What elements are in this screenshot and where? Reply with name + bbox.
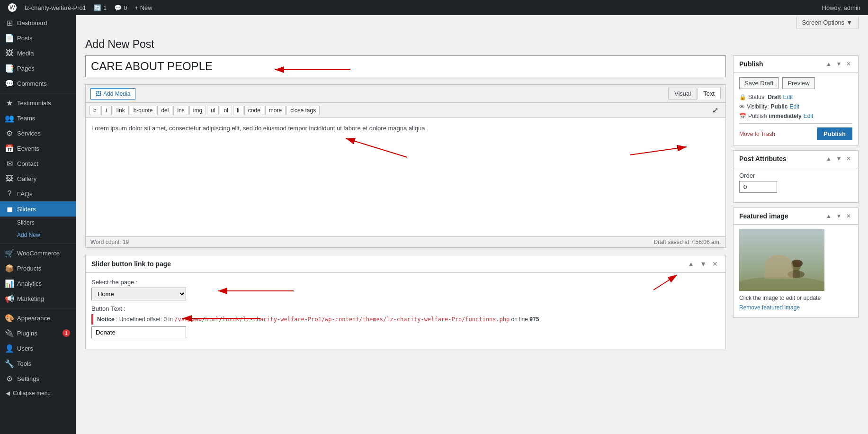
select-page-dropdown[interactable]: Home About Contact Services [91, 288, 186, 300]
featured-image-close[interactable]: ✕ [845, 212, 852, 220]
toolbar-more[interactable]: more [265, 106, 286, 115]
sidebar-item-services[interactable]: ⚙ Services [0, 126, 76, 141]
featured-image-controls: ▲ ▼ ✕ [824, 212, 852, 220]
teams-icon: 👥 [6, 114, 13, 122]
move-to-trash-link[interactable]: Move to Trash [739, 131, 775, 137]
sidebar-item-posts[interactable]: 📄 Posts [0, 30, 76, 45]
toolbar-img[interactable]: img [189, 106, 206, 115]
plugins-badge: 1 [63, 329, 70, 337]
sidebar-item-label: Plugins [17, 330, 37, 337]
sidebar-item-label: Marketing [17, 295, 44, 302]
post-attributes-close[interactable]: ✕ [845, 154, 852, 163]
sidebar-item-users[interactable]: 👤 Users [0, 341, 76, 356]
select-page-label: Select the page : [91, 279, 720, 286]
visibility-edit-link[interactable]: Edit [789, 103, 799, 110]
publish-collapse-down[interactable]: ▼ [834, 60, 843, 68]
post-title-input[interactable] [85, 55, 726, 77]
sidebar-item-dashboard[interactable]: ⊞ Dashboard [0, 15, 76, 30]
user-greeting[interactable]: Howdy, admin [822, 4, 864, 11]
toolbar-link[interactable]: link [113, 106, 129, 115]
toolbar-italic[interactable]: i [101, 106, 112, 115]
publish-title: Publish [739, 60, 763, 68]
featured-image-thumbnail[interactable] [739, 229, 824, 291]
collapse-menu-button[interactable]: ◀ Collapse menu [0, 386, 76, 400]
featured-image-down[interactable]: ▼ [834, 212, 843, 220]
comments-icon[interactable]: 💬 0 [110, 4, 131, 11]
preview-button[interactable]: Preview [782, 77, 814, 89]
toolbar-code[interactable]: code [244, 106, 264, 115]
toolbar-ol[interactable]: ol [220, 106, 232, 115]
sidebar-item-testimonials[interactable]: ★ Testimonials [0, 95, 76, 110]
publish-timing-edit-link[interactable]: Edit [804, 113, 814, 119]
post-attributes-title: Post Attributes [739, 155, 787, 163]
publish-footer: Move to Trash Publish [739, 123, 852, 140]
tab-text[interactable]: Text [697, 88, 721, 99]
sidebar-item-teams[interactable]: 👥 Teams [0, 110, 76, 126]
sidebar-item-contact[interactable]: ✉ Contact [0, 156, 76, 171]
analytics-icon: 📊 [6, 280, 13, 287]
post-attributes-up[interactable]: ▲ [824, 154, 833, 163]
users-icon: 👤 [6, 344, 13, 352]
slider-metabox: Slider button link to page ▲ ▼ ✕ Select … [85, 255, 726, 349]
submenu-sliders-all[interactable]: Sliders [0, 217, 76, 229]
publish-button[interactable]: Publish [817, 127, 852, 140]
toolbar-expand[interactable]: ⤢ [709, 105, 722, 116]
editor-textarea[interactable]: Lorem ipsum dolor sit amet, consectetur … [86, 118, 725, 236]
sidebar-item-settings[interactable]: ⚙ Settings [0, 371, 76, 386]
sidebar-item-tools[interactable]: 🔧 Tools [0, 356, 76, 371]
toolbar-li[interactable]: li [233, 106, 243, 115]
sidebar-item-marketing[interactable]: 📢 Marketing [0, 291, 76, 306]
publish-body: Save Draft Preview 🔒 Status: Draft Edit … [734, 72, 858, 145]
metabox-down[interactable]: ▼ [698, 259, 708, 269]
post-attributes-down[interactable]: ▼ [834, 154, 843, 163]
add-media-button[interactable]: 🖼 Add Media [90, 88, 135, 99]
featured-image-actions: Click the image to edit or update Remove… [739, 295, 852, 311]
toolbar-bold[interactable]: b [89, 106, 100, 115]
sidebar-item-analytics[interactable]: 📊 Analytics [0, 276, 76, 291]
publish-close[interactable]: ✕ [845, 60, 852, 68]
timing-value: immediately [769, 113, 801, 119]
screen-options-button[interactable]: Screen Options ▼ [796, 17, 859, 28]
sidebar-item-gallery[interactable]: 🖼 Gallery [0, 171, 76, 186]
featured-image-up[interactable]: ▲ [824, 212, 833, 220]
remove-featured-image-link[interactable]: Remove featured image [739, 304, 852, 311]
toolbar-ins[interactable]: ins [173, 106, 188, 115]
button-text-input[interactable] [91, 326, 186, 338]
sidebar-item-label: Tools [17, 360, 31, 367]
order-row: Order [739, 172, 852, 193]
metabox-close[interactable]: ✕ [710, 259, 720, 269]
notice-file: /var/www/html/luzuk/lz-charity-welfare-P… [174, 316, 510, 323]
toolbar-bquote[interactable]: b-quote [130, 106, 157, 115]
sidebar-item-products[interactable]: 📦 Products [0, 261, 76, 276]
status-edit-link[interactable]: Edit [783, 94, 793, 100]
sidebar-item-eevents[interactable]: 📅 Eevents [0, 141, 76, 156]
metabox-up[interactable]: ▲ [686, 259, 696, 269]
sidebar-item-woocommerce[interactable]: 🛒 WooCommerce [0, 245, 76, 261]
toolbar-del[interactable]: del [157, 106, 172, 115]
screen-options-area: Screen Options ▼ [85, 15, 859, 28]
featured-image-body: Click the image to edit or update Remove… [734, 225, 858, 317]
submenu-sliders-add[interactable]: Add New [0, 229, 76, 241]
updates-icon[interactable]: 🔄 1 [90, 4, 110, 11]
sidebar-item-label: Pages [17, 65, 35, 72]
sidebar-item-sliders[interactable]: ◼ Sliders [0, 201, 76, 217]
new-content[interactable]: + New [131, 4, 156, 11]
order-input[interactable] [739, 181, 777, 193]
sidebar-item-label: Settings [17, 375, 39, 382]
toolbar-close-tags[interactable]: close tags [286, 106, 320, 115]
wp-logo[interactable]: W [4, 3, 21, 12]
sidebar-item-comments[interactable]: 💬 Comments [0, 76, 76, 91]
publish-collapse-up[interactable]: ▲ [824, 60, 833, 68]
sidebar-item-plugins[interactable]: 🔌 Plugins 1 [0, 326, 76, 341]
sidebar-item-appearance[interactable]: 🎨 Appearance [0, 310, 76, 326]
sidebar-item-pages[interactable]: 📑 Pages [0, 61, 76, 76]
save-draft-button[interactable]: Save Draft [739, 77, 779, 89]
sidebar-item-label: Dashboard [17, 19, 47, 27]
sidebar-item-faqs[interactable]: ? FAQs [0, 186, 76, 201]
editor-tools: 🖼 Add Media Visual Text [86, 85, 725, 103]
site-name[interactable]: lz-charity-welfare-Pro1 [21, 4, 90, 11]
sidebar-item-media[interactable]: 🖼 Media [0, 45, 76, 61]
toolbar-ul[interactable]: ul [207, 106, 219, 115]
sidebar-item-label: Gallery [17, 175, 36, 182]
tab-visual[interactable]: Visual [668, 88, 697, 99]
